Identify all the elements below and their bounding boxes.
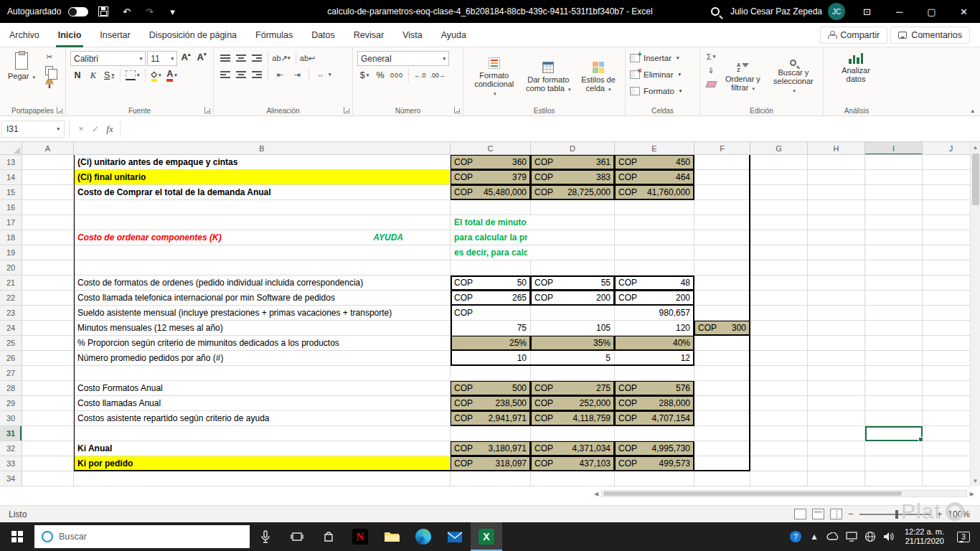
cell-G20[interactable] [750,260,808,276]
cell-E23[interactable]: 980,657 [615,306,694,321]
cell-C27[interactable] [451,366,531,381]
row-header-27[interactable]: 27 [0,366,22,381]
cell-G19[interactable] [750,245,808,260]
tab-ayuda[interactable]: Ayuda [432,23,476,47]
vertical-scrollbar[interactable]: ▲ ▼ [970,142,980,486]
cell-C29[interactable]: COP238,500 [451,396,531,411]
copy-icon[interactable] [43,65,56,76]
row-header-29[interactable]: 29 [0,396,22,411]
cell-D21[interactable]: COP55 [531,276,615,291]
cell-E33[interactable]: COP499,573 [615,456,694,471]
taskbar-search-input[interactable]: Buscar [34,525,250,548]
cell-I13[interactable] [865,155,923,170]
cell-C17[interactable]: El total de minutos debe usarse [451,215,531,230]
cell-D28[interactable]: COP275 [531,381,615,396]
delete-cells-button[interactable]: Eliminar▾ [630,67,695,82]
cell-F14[interactable] [694,170,750,185]
cell-H30[interactable] [808,411,865,426]
tab-revisar[interactable]: Revisar [344,23,393,47]
cell-F19[interactable] [694,245,750,260]
cell-B13[interactable]: (Ci) unitario antes de empaque y cintas [74,155,451,170]
cell-F25[interactable] [694,336,750,351]
row-header-34[interactable]: 34 [0,471,22,486]
cell-C31[interactable] [451,426,531,441]
cell-B19[interactable] [74,245,451,260]
autosum-button[interactable]: Σ▾ [705,51,717,62]
row-header-16[interactable]: 16 [0,200,22,215]
cell-B29[interactable]: Costo llamadas Anual [74,396,451,411]
cell-I25[interactable] [865,336,923,351]
cell-D24[interactable]: 105 [531,321,615,336]
cell-H28[interactable] [808,381,865,396]
cell-B16[interactable] [74,200,451,215]
comments-button[interactable]: Comentarios [890,27,970,44]
cell-E31[interactable] [615,426,694,441]
col-header-C[interactable]: C [451,142,531,155]
align-center-button[interactable] [234,67,248,82]
increase-decimal-button[interactable]: ←.0 [413,68,428,83]
cell-F31[interactable] [694,426,750,441]
task-view-icon[interactable] [281,522,313,551]
align-left-button[interactable] [218,67,232,82]
cell-B33[interactable]: Ki por pedido [74,456,451,471]
cell-A31[interactable] [22,426,74,441]
cell-H24[interactable] [808,321,865,336]
cell-C33[interactable]: COP318,097 [451,456,531,471]
cell-G34[interactable] [750,471,808,486]
row-header-19[interactable]: 19 [0,245,22,260]
cell-J33[interactable] [923,456,970,471]
cell-G18[interactable] [750,230,808,245]
cell-I29[interactable] [865,396,923,411]
cell-I16[interactable] [865,200,923,215]
cell-D16[interactable] [531,200,615,215]
decrease-indent-button[interactable]: ⇤ [272,67,288,82]
network-globe-icon[interactable] [862,522,879,551]
cell-G25[interactable] [750,336,808,351]
cell-B22[interactable]: Costo llamada telefonica internacional p… [74,291,451,306]
cell-A13[interactable] [22,155,74,170]
clock[interactable]: 12:22 a. m. 21/11/2020 [899,527,950,546]
font-color-button[interactable]: A▾ [165,68,179,83]
cell-C18[interactable]: para calcular la proporción de la utiliz… [451,230,531,245]
cell-B18[interactable]: Costo de ordenar componentes (K)AYUDA [74,230,451,245]
row-header-15[interactable]: 15 [0,185,22,200]
fill-button[interactable]: ⇓ [705,65,717,76]
cell-E18[interactable] [615,230,694,245]
cell-E32[interactable]: COP4,995,730 [615,441,694,456]
cell-J13[interactable] [923,155,970,170]
row-header-24[interactable]: 24 [0,321,22,336]
percent-button[interactable]: % [373,68,387,83]
col-header-A[interactable]: A [22,142,74,155]
cell-C26[interactable]: 10 [451,351,531,366]
cell-I33[interactable] [865,456,923,471]
cell-C16[interactable] [451,200,531,215]
increase-indent-button[interactable]: ⇥ [289,67,305,82]
cell-B20[interactable] [74,260,451,276]
mail-icon[interactable] [439,522,471,551]
cell-A29[interactable] [22,396,74,411]
cell-J18[interactable] [923,230,970,245]
cell-E30[interactable]: COP4,707,154 [615,411,694,426]
cell-A28[interactable] [22,381,74,396]
cell-H33[interactable] [808,456,865,471]
store-icon[interactable] [313,522,344,551]
name-box[interactable]: I31▾ [1,121,65,138]
cell-H18[interactable] [808,230,865,245]
cell-G30[interactable] [750,411,808,426]
horizontal-scrollbar[interactable]: ◀ ▶ [594,489,974,498]
cell-H29[interactable] [808,396,865,411]
cell-D27[interactable] [531,366,615,381]
font-name-select[interactable]: Calibri▾ [70,51,146,66]
cell-E17[interactable] [615,215,694,230]
cell-B28[interactable]: Costo Formatos Anual [74,381,451,396]
scroll-down-icon[interactable]: ▼ [973,478,979,484]
cell-G16[interactable] [750,200,808,215]
cell-J16[interactable] [923,200,970,215]
cell-I28[interactable] [865,381,923,396]
cell-B26[interactable]: Número promedio pedidos por año (#) [74,351,451,366]
cell-I15[interactable] [865,185,923,200]
cell-J32[interactable] [923,441,970,456]
cell-E21[interactable]: COP48 [615,276,694,291]
cell-G27[interactable] [750,366,808,381]
undo-icon[interactable]: ↶ [118,4,134,19]
